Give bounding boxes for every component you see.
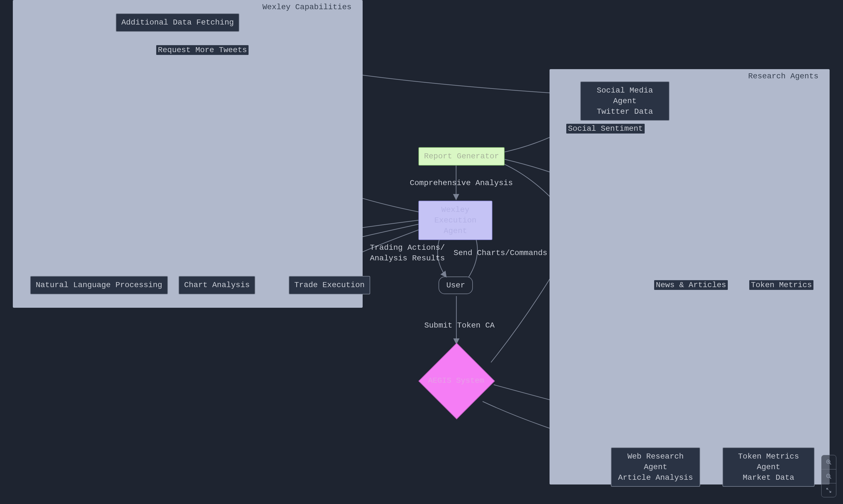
node-label: User — [446, 281, 465, 290]
node-social-media-agent[interactable]: Social Media Agent Twitter Data — [580, 82, 669, 121]
node-label-line1: Wexley — [441, 205, 470, 214]
svg-line-8 — [829, 491, 831, 492]
svg-line-5 — [830, 477, 831, 479]
node-label-line2: Execution Agent — [434, 216, 476, 235]
edge-label-send-charts: Send Charts/Commands — [452, 248, 549, 258]
group-wexley-title: Wexley Capabilities — [263, 3, 351, 12]
svg-line-7 — [827, 488, 828, 490]
node-label: Additional Data Fetching — [121, 18, 234, 27]
node-label-line1: Token Metrics Agent — [738, 452, 799, 471]
expand-icon — [826, 488, 831, 493]
node-label-line1: Web Research Agent — [627, 452, 684, 471]
node-label: Trade Execution — [294, 281, 365, 289]
edge-label-token-metrics: Token Metrics — [749, 280, 813, 290]
node-nlp[interactable]: Natural Language Processing — [30, 276, 168, 294]
zoom-in-icon — [826, 459, 832, 465]
edge-label-comprehensive-analysis: Comprehensive Analysis — [408, 178, 515, 188]
zoom-out-button[interactable] — [822, 469, 836, 483]
node-label: Natural Language Processing — [36, 281, 162, 289]
node-label-line2: Market Data — [743, 473, 794, 482]
node-label-line2: Article Analysis — [618, 473, 693, 482]
node-user[interactable]: User — [439, 276, 473, 294]
node-token-metrics-agent[interactable]: Token Metrics Agent Market Data — [722, 447, 814, 487]
node-web-research-agent[interactable]: Web Research Agent Article Analysis — [611, 447, 700, 487]
node-label: Report Generator — [424, 152, 499, 161]
node-trade-execution[interactable]: Trade Execution — [289, 276, 370, 294]
zoom-out-icon — [826, 473, 832, 480]
node-label-line2: Twitter Data — [597, 107, 653, 116]
edge-label-news-articles: News & Articles — [654, 280, 728, 290]
edge-label-submit-token: Submit Token CA — [423, 321, 496, 330]
group-research-title: Research Agents — [748, 72, 819, 80]
diagram-canvas[interactable]: Wexley Capabilities Research Agents Addi… — [0, 0, 843, 504]
node-label-line1: Social Media Agent — [597, 86, 653, 105]
svg-line-1 — [830, 463, 831, 465]
edge-label-trading-actions: Trading Actions/ Analysis Results — [368, 242, 446, 264]
fit-button[interactable] — [822, 483, 836, 497]
node-additional-data-fetching[interactable]: Additional Data Fetching — [116, 13, 239, 32]
node-report-generator[interactable]: Report Generator — [418, 147, 505, 166]
node-aegis-system[interactable]: AEGIS System — [418, 343, 494, 418]
node-wexley-execution-agent[interactable]: Wexley Execution Agent — [418, 201, 492, 240]
edge-label-request-more-tweets: Request More Tweets — [156, 45, 248, 55]
zoom-controls — [821, 455, 836, 497]
edge-label-social-sentiment: Social Sentiment — [566, 124, 645, 133]
zoom-in-button[interactable] — [822, 455, 836, 469]
node-label: Chart Analysis — [184, 281, 250, 289]
node-label: AEGIS System — [418, 343, 494, 418]
node-chart-analysis[interactable]: Chart Analysis — [178, 276, 255, 294]
